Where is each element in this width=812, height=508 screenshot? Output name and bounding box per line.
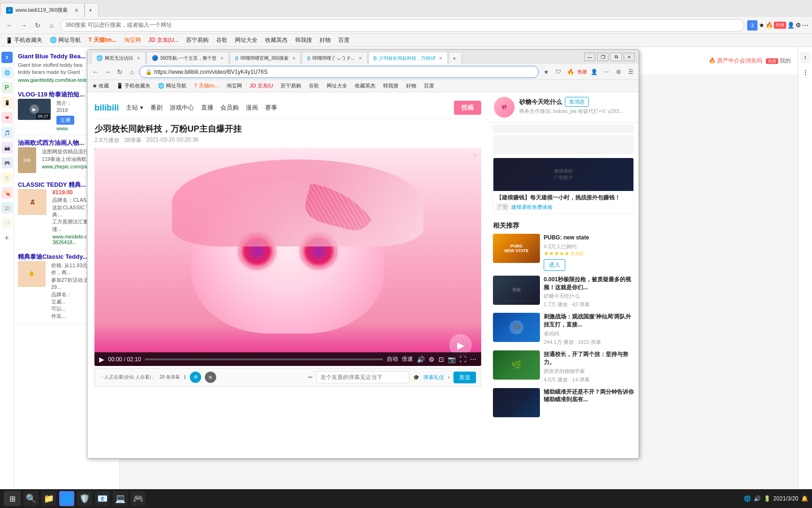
bili-bm-taobao[interactable]: 淘宝网: [225, 81, 244, 90]
bili-shield-btn[interactable]: 🛡: [553, 67, 563, 77]
new-tab-btn[interactable]: +: [85, 3, 99, 17]
more-icon[interactable]: ⋯: [802, 22, 808, 29]
nav-manga[interactable]: 漫画: [246, 102, 258, 114]
related-item-4[interactable]: 🌿 挂通校长，开了两个挂：坚持与努力。 西班牙的植物学家 4.0万 播放 · 1…: [493, 350, 634, 383]
bili-bm-mobile[interactable]: 📱 手机收藏夹: [115, 81, 152, 90]
bili-bm-collect-ying[interactable]: 收藏英杰: [353, 81, 377, 90]
progress-bar[interactable]: [145, 358, 383, 360]
bm-wangzhi2[interactable]: 网址大全: [233, 35, 259, 45]
taskbar-mail-icon[interactable]: 📧: [95, 491, 110, 506]
screenshot-btn[interactable]: 📷: [448, 356, 456, 363]
close-window-btn[interactable]: ×: [624, 53, 635, 61]
sidebar-icon-11[interactable]: 📰: [1, 202, 13, 214]
taskbar-computer-icon[interactable]: 💻: [113, 491, 128, 506]
bm-jd[interactable]: JD 京东(U...: [147, 35, 181, 45]
start-button[interactable]: ⊞: [4, 491, 21, 506]
bili-home-btn[interactable]: ⌂: [127, 67, 137, 77]
sidebar-icon-9[interactable]: 🍴: [1, 172, 13, 183]
sidebar-icon-add[interactable]: +: [1, 232, 13, 244]
watch-button[interactable]: 立播: [56, 116, 74, 125]
notification-icon[interactable]: 🔔: [801, 495, 808, 502]
bili-more-btn[interactable]: ⋯: [601, 67, 611, 77]
bm-hangsou[interactable]: 韩我搜: [293, 35, 314, 45]
bili-person-btn[interactable]: 👤: [589, 67, 599, 77]
bili-logo[interactable]: bilibili: [94, 103, 119, 113]
bili-tab-0[interactable]: 🌐 网页无法访问 ×: [91, 52, 146, 64]
bili-tab-1[interactable]: 🔵 360导航-一个主页，整个世界 ×: [147, 52, 229, 64]
bm-mobile-collect[interactable]: 📱 手机收藏夹: [4, 35, 44, 45]
bili-star-btn[interactable]: ★: [541, 67, 551, 77]
question-icon[interactable]: ?: [472, 153, 476, 161]
speed-label[interactable]: 倍速: [402, 355, 413, 363]
bili-refresh-btn[interactable]: ↻: [115, 67, 125, 77]
sidebar-icon-6[interactable]: 🎵: [1, 127, 13, 138]
bili-bm-star[interactable]: ★ 收藏: [90, 81, 111, 90]
sidebar-icon-5[interactable]: ❤: [1, 112, 13, 123]
bili-bm-jd[interactable]: JD 京东(U: [248, 81, 275, 90]
bili-bm-baidu[interactable]: 百度: [422, 81, 436, 90]
sidebar-icon-4[interactable]: 📱: [1, 97, 13, 108]
settings-icon[interactable]: ⚙: [796, 22, 801, 29]
bg-address-bar[interactable]: 360搜索 可以进行搜索，或者输入一个网址: [60, 19, 744, 32]
home-button[interactable]: ⌂: [46, 20, 57, 31]
gift-area[interactable]: 弹幕礼仪: [423, 374, 444, 381]
bili-bm-tm[interactable]: T 天猫tm...: [192, 81, 221, 90]
new-tab-button[interactable]: +: [449, 52, 462, 64]
nav-zhuzhan[interactable]: 主站 ▾: [126, 102, 143, 114]
bm-favorites[interactable]: 收藏英杰: [263, 35, 289, 45]
bili-fire-btn[interactable]: 🔥: [565, 67, 576, 77]
play-pause-btn[interactable]: ▶: [99, 356, 104, 363]
tab-close-3[interactable]: ×: [359, 55, 362, 62]
taskbar-shield-icon[interactable]: 🛡️: [77, 491, 92, 506]
bg-tab-active[interactable]: 3 www.taidi119_360搜索 ×: [0, 3, 85, 17]
bili-bm-wangzhi[interactable]: 网址大全: [325, 81, 349, 90]
bili-back-btn[interactable]: ←: [90, 67, 101, 77]
gift-chevron[interactable]: ›: [448, 374, 450, 381]
forward-button[interactable]: →: [18, 20, 29, 31]
bili-tab-4[interactable]: B 少羽校长同款科技，万粉UP主... ×: [368, 52, 448, 64]
sidebar-icon-12[interactable]: 📄: [1, 217, 13, 229]
post-button[interactable]: 投稿: [454, 101, 481, 115]
sidebar-icon-7[interactable]: 📷: [1, 142, 13, 153]
nav-sports[interactable]: 赛事: [265, 102, 277, 114]
video-player[interactable]: ? ▶ ▶ 00:00 / 02:10 自动 倍速 🔊: [94, 148, 481, 366]
bili-bm-360[interactable]: 🌐 网址导航: [156, 81, 188, 90]
bili-bm-hansou[interactable]: 韩我搜: [381, 81, 400, 90]
related-item-2[interactable]: 视频 0.001秒极限拉枪，被质疑最多的视频！这就是你们... 砂糖今天吃什么 …: [493, 276, 634, 309]
bili-bm-suning[interactable]: 苏宁易购: [279, 81, 303, 90]
taskbar-files-icon[interactable]: 📁: [41, 491, 56, 506]
right-icon-2[interactable]: ⋮: [800, 67, 811, 78]
pip-btn[interactable]: ⊡: [438, 356, 444, 363]
danmaku-info-icon[interactable]: ℹ: [184, 374, 186, 381]
bili-settings-btn[interactable]: ⚙: [613, 67, 624, 77]
bm-suning[interactable]: 苏宁易购: [184, 35, 211, 45]
window-nav-btn[interactable]: ⧉: [610, 53, 622, 61]
send-danmaku-btn[interactable]: 发送: [453, 372, 476, 383]
volume-btn[interactable]: 🔊: [417, 356, 425, 363]
tab-close-1[interactable]: ×: [220, 55, 224, 62]
minimize-btn[interactable]: —: [584, 53, 595, 61]
auto-label[interactable]: 自动: [387, 355, 398, 363]
danmaku-icon-1[interactable]: 弹: [190, 372, 201, 383]
sidebar-icon-10[interactable]: 💊: [1, 187, 13, 198]
bili-tab-3[interactable]: B 哔哩哔哩 ('･ᴗ･') チ... ×: [302, 52, 367, 64]
pubg-join-btn[interactable]: 进入: [544, 259, 565, 271]
bili-menu-btn[interactable]: ☰: [625, 67, 636, 77]
tab-close-0[interactable]: ×: [137, 55, 141, 62]
uploader-name[interactable]: 砂糖今天吃什么: [519, 98, 562, 106]
related-item-3[interactable]: 🎮 刺激战场：观战国服'神仙局'两队外挂互打，直接... 老鸡鸡 244.1万 …: [493, 313, 634, 346]
bili-bm-haowu[interactable]: 好物: [404, 81, 418, 90]
nav-fanju[interactable]: 番剧: [150, 102, 163, 114]
nav-game[interactable]: 游戏中心: [170, 102, 194, 114]
related-item-5[interactable]: 辅助瞄准开还是不开？两分钟告诉你辅助瞄准到底有...: [493, 388, 634, 417]
bg-tab-close[interactable]: ×: [75, 7, 78, 14]
back-button[interactable]: ←: [4, 20, 15, 31]
ad-link[interactable]: 建模课程免费体验: [511, 204, 553, 211]
email-button[interactable]: 发消息: [565, 97, 589, 107]
theater-btn[interactable]: ⋯: [470, 356, 476, 363]
sidebar-icon-3[interactable]: P: [1, 82, 13, 93]
bm-google[interactable]: 谷歌: [214, 35, 229, 45]
fire-icon[interactable]: 🔥: [765, 22, 773, 29]
danmaku-icon-2[interactable]: ⊞: [205, 372, 216, 383]
right-icon-1[interactable]: ↕: [800, 52, 811, 63]
